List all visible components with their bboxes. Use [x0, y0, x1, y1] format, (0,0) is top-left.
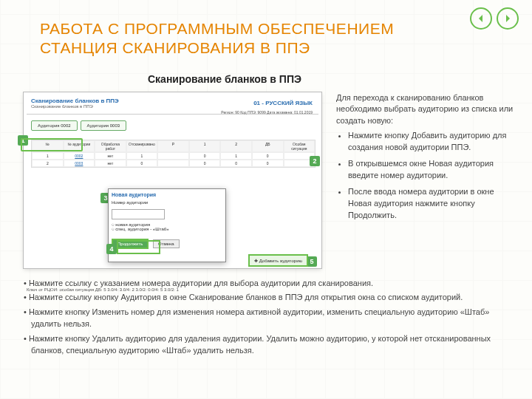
instruction-line: • Нажмите кнопку Удалить аудиторию для у…: [24, 332, 511, 357]
dialog-radio-2[interactable]: ○ спец. аудитория - «Штаб»: [112, 227, 222, 231]
intro-text: Для перехода к сканированию бланков необ…: [336, 92, 514, 128]
slide-title: РАБОТА С ПРОГРАММНЫМ ОБЕСПЕЧЕНИЕМ СТАНЦИ…: [40, 19, 532, 58]
instruction-line: • Нажмите ссылку кнопку Аудитория в окне…: [24, 291, 511, 304]
tab-auditorium-1[interactable]: Аудитория 0002: [31, 120, 78, 131]
next-slide-button[interactable]: [497, 7, 519, 30]
add-auditorium-button[interactable]: ✚ Добавить аудиторию: [248, 254, 308, 267]
table-row: 10002нет1010: [32, 152, 315, 160]
instruction-line: • Нажмите ссылку с указанием номера ауди…: [24, 277, 511, 290]
dialog-field-label: Номер аудитории: [112, 200, 222, 205]
instruction-item: Нажмите кнопку Добавить аудиторию для со…: [348, 130, 514, 154]
callout-marker-4: 4: [106, 244, 117, 254]
prev-slide-button[interactable]: [470, 7, 492, 30]
instructions-bottom: • Нажмите ссылку с указанием номера ауди…: [0, 268, 532, 366]
section-title: Сканирование бланков в ППЭ: [148, 73, 532, 85]
instruction-line: • Нажмите кнопку Изменить номер для изме…: [24, 306, 511, 330]
table-row: 20003нет0000: [32, 160, 315, 167]
callout-marker-2: 2: [310, 156, 320, 166]
instruction-item: В открывшемся окне Новая аудитория введи…: [348, 158, 514, 182]
subject-label: 01 - РУССКИЙ ЯЗЫК: [253, 100, 313, 106]
dialog-title: Новая аудитория: [112, 192, 222, 197]
app-screenshot: Сканирование бланков в ППЭ Сканирование …: [24, 92, 321, 268]
auditorium-number-input[interactable]: [112, 209, 165, 219]
callout-marker-5: 5: [307, 256, 317, 267]
instructions-right: Для перехода к сканированию бланков необ…: [336, 92, 514, 226]
instruction-item: После ввода номера аудитории в окне Нова…: [348, 186, 514, 222]
tab-auditorium-2[interactable]: Аудитория 0003: [81, 120, 127, 131]
